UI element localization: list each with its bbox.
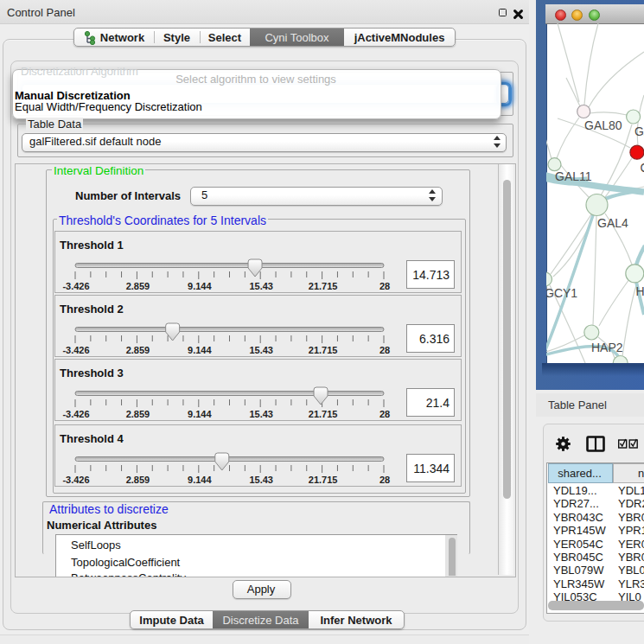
svg-text:GAL80: GAL80 bbox=[584, 118, 622, 132]
svg-text:CY: CY bbox=[641, 161, 644, 175]
svg-text:GCY1: GCY1 bbox=[546, 286, 577, 300]
svg-text:GA: GA bbox=[634, 124, 644, 138]
svg-text:HI: HI bbox=[636, 284, 644, 298]
svg-text:HAP2: HAP2 bbox=[591, 341, 623, 354]
svg-text:GAL4: GAL4 bbox=[597, 216, 628, 230]
svg-text:GAL11: GAL11 bbox=[555, 169, 592, 183]
